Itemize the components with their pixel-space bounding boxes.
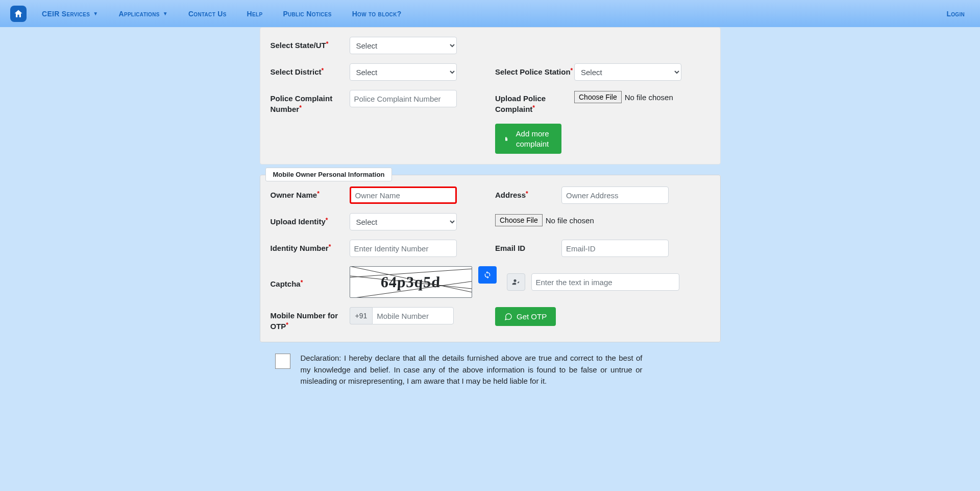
choose-file-button[interactable]: Choose File: [574, 91, 622, 103]
navbar: CEIR Services▼ Applications▼ Contact Us …: [0, 0, 980, 27]
nav-applications[interactable]: Applications▼: [119, 10, 168, 18]
declaration-checkbox[interactable]: [275, 354, 290, 369]
owner-info-legend: Mobile Owner Personal Information: [265, 168, 393, 181]
phone-prefix: +91: [350, 307, 373, 324]
captcha-image: 64p3q5d: [350, 266, 472, 298]
home-icon[interactable]: [10, 6, 27, 22]
complaint-number-label: Police Complaint Number*: [271, 90, 350, 114]
owner-name-input[interactable]: [350, 186, 457, 204]
owner-name-label: Owner Name*: [271, 186, 350, 200]
upload-complaint-label: Upload Police Complaint*: [495, 90, 574, 114]
declaration-text: Declaration: I hereby declare that all t…: [301, 353, 643, 387]
upload-identity-label: Upload Identity*: [271, 213, 350, 227]
email-input[interactable]: [561, 240, 669, 257]
nav-login[interactable]: Login: [946, 10, 965, 18]
identity-number-input[interactable]: [350, 240, 457, 257]
identity-choose-file-button[interactable]: Choose File: [495, 214, 543, 226]
nav-how-to-block[interactable]: How to block?: [352, 10, 402, 18]
email-label: Email ID: [495, 240, 561, 253]
nav-public-notices[interactable]: Public Notices: [283, 10, 331, 18]
add-more-complaint-button[interactable]: Add more complaint: [495, 124, 561, 154]
captcha-user-icon-button[interactable]: [507, 273, 525, 291]
nav-ceir-services[interactable]: CEIR Services▼: [42, 10, 99, 18]
get-otp-button[interactable]: Get OTP: [495, 307, 556, 326]
address-input[interactable]: [561, 186, 669, 204]
police-station-label: Select Police Station*: [495, 63, 574, 77]
district-label: Select District*: [271, 63, 350, 77]
identity-no-file-text: No file chosen: [546, 216, 594, 225]
no-file-text: No file chosen: [625, 93, 673, 102]
button-label: Get OTP: [517, 312, 547, 321]
lost-info-card: Select State/UT* Select Select District*…: [260, 27, 721, 165]
nav-label: CEIR Services: [42, 10, 90, 18]
declaration-row: Declaration: I hereby declare that all t…: [260, 342, 721, 387]
button-label: Add more complaint: [512, 129, 552, 149]
address-label: Address*: [495, 186, 561, 200]
refresh-captcha-button[interactable]: [478, 266, 497, 284]
nav-help[interactable]: Help: [247, 10, 263, 18]
captcha-input[interactable]: [531, 273, 679, 291]
refresh-icon: [483, 271, 492, 279]
chevron-down-icon: ▼: [163, 11, 168, 16]
otp-mobile-label: Mobile Number for OTP*: [271, 307, 350, 332]
owner-info-fieldset: Mobile Owner Personal Information Owner …: [260, 175, 721, 342]
police-station-select[interactable]: Select: [574, 63, 681, 81]
state-select[interactable]: Select: [350, 37, 457, 54]
identity-select[interactable]: Select: [350, 213, 457, 230]
otp-mobile-input[interactable]: [372, 307, 454, 324]
district-select[interactable]: Select: [350, 63, 457, 81]
identity-number-label: Identity Number*: [271, 240, 350, 253]
chevron-down-icon: ▼: [93, 11, 98, 16]
user-check-icon: [512, 278, 520, 286]
captcha-label: Captcha*: [271, 275, 350, 289]
nav-contact-us[interactable]: Contact Us: [188, 10, 227, 18]
chat-icon: [504, 313, 512, 321]
state-label: Select State/UT*: [271, 37, 350, 51]
nav-label: Applications: [119, 10, 160, 18]
file-icon: [504, 135, 508, 143]
complaint-number-input[interactable]: [350, 90, 457, 107]
